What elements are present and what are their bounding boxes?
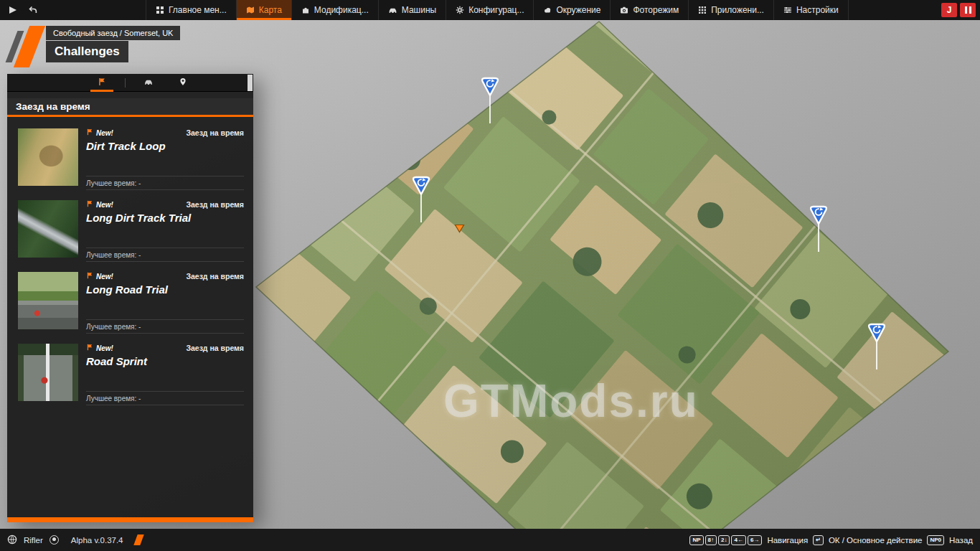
list-item[interactable]: New! Заезд на время Long Road Trial Лучш… bbox=[7, 265, 253, 336]
tab-time-trials[interactable] bbox=[90, 74, 113, 92]
tab-apps[interactable]: Приложени... bbox=[688, 0, 773, 20]
tab-label: Конфигурац... bbox=[468, 5, 524, 15]
key-badge: 2↓ bbox=[718, 535, 730, 545]
tab-mods[interactable]: Модификац... bbox=[291, 0, 378, 20]
new-badge: New! bbox=[96, 129, 113, 137]
grid-icon bbox=[156, 6, 164, 14]
challenge-title: Dirt Track Loop bbox=[86, 140, 244, 152]
page-header: Свободный заезд / Somerset, UK Challenge… bbox=[6, 26, 180, 67]
nav-hint-label: Навигация bbox=[767, 536, 808, 545]
pause-button[interactable] bbox=[960, 3, 976, 17]
challenge-category: Заезд на время bbox=[186, 200, 244, 209]
player-name: Rifler bbox=[24, 536, 43, 545]
tab-label: Модификац... bbox=[314, 5, 369, 15]
world-map[interactable]: GTMods.ru bbox=[244, 20, 980, 529]
map-markers-layer bbox=[244, 20, 980, 529]
tab-photo-mode[interactable]: Фоторежим bbox=[610, 0, 688, 20]
overlay-logo-button[interactable]: J bbox=[941, 3, 957, 17]
version-label: Alpha v.0.37.4 bbox=[71, 536, 123, 545]
apps-grid-icon bbox=[698, 6, 707, 14]
key-badge: 4← bbox=[731, 535, 745, 545]
game-logo-icon bbox=[6, 26, 44, 67]
camera-icon bbox=[620, 6, 628, 14]
play-icon[interactable] bbox=[9, 6, 17, 14]
top-menu-bar: Главное мен... Карта Модификац... Машины… bbox=[0, 0, 980, 20]
page-title: Challenges bbox=[46, 41, 128, 62]
tab-main-menu[interactable]: Главное мен... bbox=[146, 0, 236, 20]
nav-key-hints: NP 8↑ 2↓ 4← 6→ bbox=[689, 535, 762, 545]
back-hint-label: Назад bbox=[949, 536, 973, 545]
status-bar: Rifler Alpha v.0.37.4 NP 8↑ 2↓ 4← 6→ Нав… bbox=[0, 529, 980, 551]
new-flag-icon bbox=[86, 272, 93, 281]
map-marker-time-trial[interactable] bbox=[866, 321, 887, 344]
challenge-thumbnail bbox=[18, 272, 78, 329]
challenge-thumbnail bbox=[18, 200, 78, 258]
challenge-list: New! Заезд на время Dirt Track Loop Лучш… bbox=[7, 117, 253, 408]
challenges-panel: Заезд на время New! Заезд на время Dirt … bbox=[7, 74, 253, 522]
tab-environment[interactable]: Окружение bbox=[533, 0, 610, 20]
best-time: Лучшее время: - bbox=[86, 391, 244, 405]
map-marker-time-trial[interactable] bbox=[808, 204, 829, 227]
car-icon bbox=[143, 76, 154, 89]
challenge-title: Long Road Trial bbox=[86, 283, 244, 296]
challenge-thumbnail bbox=[18, 128, 78, 186]
flag-icon bbox=[98, 76, 106, 89]
car-icon bbox=[388, 6, 397, 14]
tab-label: Машины bbox=[402, 5, 436, 15]
tab-configurations[interactable]: Конфигурац... bbox=[446, 0, 533, 20]
new-flag-icon bbox=[86, 344, 93, 352]
avatar[interactable] bbox=[50, 535, 59, 545]
gear-icon bbox=[456, 6, 464, 14]
list-item[interactable]: New! Заезд на время Long Dirt Track Tria… bbox=[7, 193, 253, 265]
tab-map[interactable]: Карта bbox=[236, 0, 291, 20]
pause-icon bbox=[965, 6, 971, 14]
challenge-category: Заезд на время bbox=[186, 344, 244, 352]
challenge-category: Заезд на время bbox=[186, 128, 244, 137]
map-pin-icon bbox=[179, 76, 187, 89]
challenge-title: Road Sprint bbox=[86, 355, 244, 367]
tab-label: Главное мен... bbox=[169, 5, 227, 15]
tab-label: Карта bbox=[259, 5, 282, 15]
new-flag-icon bbox=[86, 200, 93, 209]
overlay-logo-letter: J bbox=[947, 5, 952, 15]
map-icon bbox=[246, 6, 255, 14]
list-item[interactable]: New! Заезд на время Dirt Track Loop Лучш… bbox=[7, 121, 253, 193]
sliders-icon bbox=[783, 6, 792, 14]
tab-label: Настройки bbox=[796, 5, 839, 15]
panel-tab-strip bbox=[7, 74, 253, 92]
key-badge: NP bbox=[689, 535, 703, 545]
tab-vehicles-on-map[interactable] bbox=[137, 74, 160, 92]
scrollbar-thumb[interactable] bbox=[248, 75, 253, 91]
back-icon[interactable] bbox=[29, 6, 38, 14]
key-badge: 8↑ bbox=[705, 535, 717, 545]
map-marker-time-trial[interactable] bbox=[410, 174, 432, 197]
new-badge: New! bbox=[96, 273, 113, 281]
ok-key-badge: ↵ bbox=[813, 535, 824, 545]
accent-slash-icon bbox=[133, 534, 143, 545]
key-badge: 6→ bbox=[748, 535, 762, 545]
tab-settings[interactable]: Настройки bbox=[773, 0, 849, 20]
best-time: Лучшее время: - bbox=[86, 319, 244, 334]
divider bbox=[125, 78, 126, 88]
main-tabs: Главное мен... Карта Модификац... Машины… bbox=[146, 0, 849, 20]
new-flag-icon bbox=[86, 128, 93, 137]
best-time: Лучшее время: - bbox=[86, 176, 244, 190]
tab-points-of-interest[interactable] bbox=[171, 74, 194, 92]
map-marker-time-trial[interactable] bbox=[479, 75, 501, 98]
tab-label: Фоторежим bbox=[633, 5, 679, 15]
challenge-thumbnail bbox=[18, 344, 78, 401]
tab-label: Приложени... bbox=[711, 5, 764, 15]
section-header: Заезд на время bbox=[7, 98, 253, 117]
tab-vehicles[interactable]: Машины bbox=[378, 0, 446, 20]
tab-label: Окружение bbox=[556, 5, 600, 15]
globe-icon[interactable] bbox=[7, 534, 17, 546]
map-marker-poi[interactable] bbox=[454, 223, 465, 232]
challenge-category: Заезд на время bbox=[186, 272, 244, 281]
panel-accent-bar bbox=[7, 517, 253, 522]
game-screen: GTMods.ru Главное мен... bbox=[0, 0, 980, 551]
list-item[interactable]: New! Заезд на время Road Sprint Лучшее в… bbox=[7, 336, 253, 408]
ok-hint-label: ОК / Основное действие bbox=[829, 536, 923, 545]
back-key-badge: NP0 bbox=[927, 535, 944, 545]
challenge-title: Long Dirt Track Trial bbox=[86, 212, 244, 224]
breadcrumb: Свободный заезд / Somerset, UK bbox=[46, 26, 180, 40]
